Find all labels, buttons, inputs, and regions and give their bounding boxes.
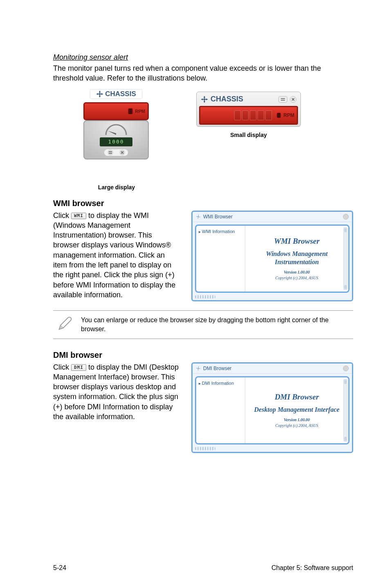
dmi-body-post: to display the DMI (Desktop Management I… [53, 363, 179, 421]
fan-icon [196, 214, 201, 219]
config-icon [278, 96, 287, 103]
fan-icon [96, 90, 103, 98]
svg-rect-6 [109, 151, 112, 152]
close-icon [290, 96, 296, 103]
wmi-browser-panel: WMI Browser WMI Information WMI Browser … [191, 211, 353, 301]
config-icon [108, 150, 113, 155]
dmi-tree[interactable]: DMI Information [196, 377, 245, 443]
wmi-body-pre: Click [53, 211, 71, 220]
rpm-label-small: RPM [283, 112, 294, 118]
dmi-button[interactable]: DMI [71, 364, 86, 371]
dmi-body: Click DMI to display the DMI (Desktop Ma… [53, 362, 179, 422]
gauge-body-large: 1000 [83, 120, 149, 159]
chassis-title-large: CHASSIS [90, 89, 142, 99]
scrollbar[interactable] [343, 379, 347, 442]
small-caption: Small display [230, 132, 267, 138]
rpm-label-large: RPM [135, 109, 145, 114]
monitoring-body: The monitor panel turns red when a compo… [53, 63, 353, 83]
wmi-body: Click WMI to display the WMI (Windows Ma… [53, 211, 179, 300]
pencil-icon [56, 316, 73, 334]
mini-icons [104, 149, 128, 156]
wmi-button[interactable]: WMI [71, 213, 86, 219]
svg-rect-2 [129, 109, 131, 110]
footer-chapter: Chapter 5: Software support [271, 564, 353, 572]
wmi-tree[interactable]: WMI Information [196, 226, 245, 292]
wmi-panel-title: WMI Browser [203, 214, 233, 220]
lcd-strip: 1000 [100, 137, 132, 146]
svg-rect-11 [281, 98, 285, 99]
svg-rect-17 [278, 115, 280, 116]
dmi-heading: DMI browser [53, 350, 353, 360]
svg-point-19 [198, 216, 199, 217]
resize-grip[interactable] [195, 447, 215, 450]
chassis-gauge-large: CHASSIS RPM 1000 [78, 88, 155, 182]
dmi-copyright: Copyright (c) 2004, ASUS [276, 423, 318, 428]
chassis-readout-small: RPM [199, 106, 298, 125]
dmi-panel-title: DMI Browser [203, 366, 231, 371]
svg-rect-16 [278, 113, 280, 114]
fan-icon [196, 366, 201, 371]
svg-rect-7 [109, 153, 112, 154]
svg-rect-12 [281, 100, 285, 101]
dmi-sub-title: Desktop Management Interface [254, 406, 340, 413]
large-caption: Large display [98, 184, 135, 191]
svg-rect-4 [129, 112, 131, 113]
wmi-copyright: Copyright (c) 2004, ASUS [276, 276, 318, 280]
svg-point-0 [99, 93, 101, 95]
svg-rect-3 [129, 111, 131, 112]
figures-row: CHASSIS RPM 1000 Large display [53, 88, 353, 191]
fan-icon [201, 96, 208, 103]
digit-boxes [234, 110, 272, 120]
chassis-title-small: CHASSIS [201, 95, 243, 103]
wmi-version: Version 1.00.00 [284, 270, 310, 274]
wmi-main-title: WMI Browser [274, 237, 319, 246]
chassis-label-small: CHASSIS [211, 95, 243, 103]
dmi-browser-panel: DMI Browser DMI Information DMI Browser … [191, 362, 353, 453]
footer-page-number: 5-24 [53, 564, 66, 572]
chassis-readout-large: RPM [83, 102, 149, 120]
svg-rect-18 [278, 116, 280, 117]
resize-grip[interactable] [195, 295, 215, 298]
close-icon [119, 150, 125, 155]
wmi-heading: WMI browser [53, 199, 353, 208]
rpm-icon [276, 112, 282, 119]
scrollbar[interactable] [343, 227, 347, 290]
dmi-tree-root[interactable]: DMI Information [199, 381, 242, 386]
rpm-icon [127, 107, 134, 115]
svg-point-10 [204, 98, 206, 100]
note-text: You can enlarge or reduce the browser si… [81, 316, 350, 333]
wmi-tree-root[interactable]: WMI Information [199, 229, 242, 234]
chassis-gauge-small: CHASSIS RPM [196, 92, 301, 127]
chassis-label-large: CHASSIS [105, 90, 136, 98]
svg-point-20 [198, 368, 199, 369]
dmi-version: Version 1.00.00 [284, 417, 310, 422]
dmi-main-title: DMI Browser [275, 393, 319, 402]
monitoring-heading: Monitoring sensor alert [53, 53, 353, 62]
note-block: You can enlarge or reduce the browser si… [53, 310, 353, 339]
dmi-body-pre: Click [53, 363, 71, 371]
close-icon[interactable] [343, 214, 349, 220]
wmi-sub-title: Windows Management Instrumentation [248, 250, 346, 265]
close-icon[interactable] [343, 366, 349, 371]
wmi-body-post: to display the WMI (Windows Management I… [53, 211, 175, 299]
needle-arc-icon [104, 123, 128, 136]
svg-marker-5 [108, 131, 116, 135]
